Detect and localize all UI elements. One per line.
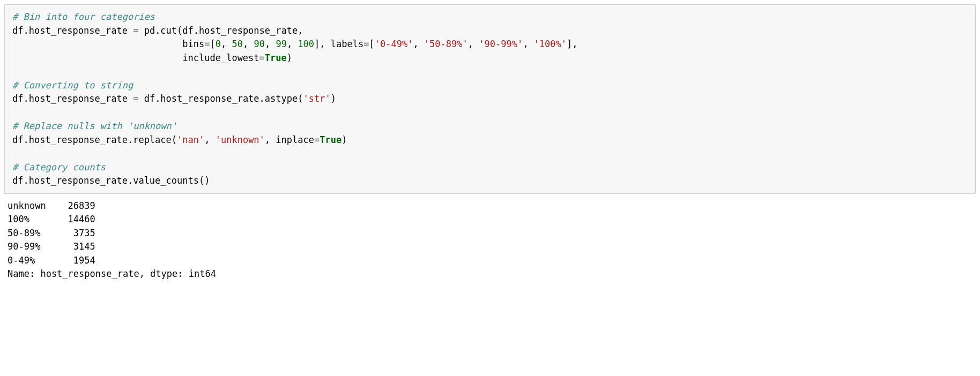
code-text: df.host_response_rate.astype( — [138, 93, 303, 104]
comma: , — [287, 39, 298, 49]
bracket: [ — [210, 39, 215, 49]
str: 'unknown' — [216, 134, 265, 145]
paren: ) — [341, 134, 347, 145]
code-cell-input[interactable]: # Bin into four categories df.host_respo… — [4, 4, 976, 194]
str: '0-49%' — [375, 39, 413, 49]
code-text: df.host_response_rate — [12, 25, 133, 36]
kw-true: True — [265, 52, 287, 63]
str: '50-89%' — [424, 39, 468, 49]
kwarg-inplace: , inplace — [265, 134, 314, 145]
comma: , — [204, 134, 215, 145]
str: '100%' — [534, 39, 567, 49]
paren: ) — [287, 52, 292, 63]
comma: , — [243, 39, 254, 49]
comma: , — [413, 39, 424, 49]
comment-replace: # Replace nulls with 'unknown' — [12, 121, 177, 131]
output-row: unknown 26839 — [8, 200, 95, 211]
code-text: df.host_response_rate — [12, 93, 133, 104]
code-text: pd.cut(df.host_response_rate, — [138, 25, 303, 36]
bracket: [ — [369, 39, 374, 49]
num: 99 — [276, 39, 286, 49]
op-eq: = — [363, 39, 369, 49]
comment-counts: # Category counts — [12, 162, 106, 172]
code-text: ], labels — [314, 39, 363, 49]
str: 'str' — [303, 93, 330, 104]
code-text: df.host_response_rate.value_counts() — [12, 175, 210, 186]
code-text: df.host_response_rate.replace( — [12, 134, 177, 145]
op-eq: = — [133, 93, 138, 104]
comma: , — [221, 39, 232, 49]
comment-bin: # Bin into four categories — [12, 11, 155, 22]
indent — [12, 39, 182, 49]
output-row: 100% 14460 — [8, 214, 95, 224]
op-eq: = — [314, 134, 320, 145]
num: 90 — [254, 39, 264, 49]
code-cell-output: unknown 26839 100% 14460 50-89% 3735 90-… — [0, 197, 980, 285]
num: 0 — [216, 39, 221, 49]
comma: , — [523, 39, 533, 49]
kwarg-include-lowest: include_lowest — [182, 52, 259, 63]
comma: , — [265, 39, 276, 49]
kwarg-bins: bins — [182, 39, 204, 49]
num: 100 — [298, 39, 314, 49]
num: 50 — [232, 39, 242, 49]
paren: ) — [331, 93, 336, 104]
op-eq: = — [133, 25, 138, 36]
output-row: 0-49% 1954 — [8, 255, 95, 266]
output-row: 90-99% 3145 — [8, 241, 95, 252]
indent — [12, 52, 182, 63]
op-eq: = — [259, 52, 265, 63]
op-eq: = — [204, 39, 210, 49]
comment-convert: # Converting to string — [12, 80, 133, 91]
comma: , — [468, 39, 479, 49]
output-row: 50-89% 3735 — [8, 228, 95, 238]
kw-true: True — [320, 134, 341, 145]
str: 'nan' — [177, 134, 204, 145]
bracket: ], — [567, 39, 577, 49]
str: '90-99%' — [479, 39, 523, 49]
output-footer: Name: host_response_rate, dtype: int64 — [8, 268, 216, 279]
